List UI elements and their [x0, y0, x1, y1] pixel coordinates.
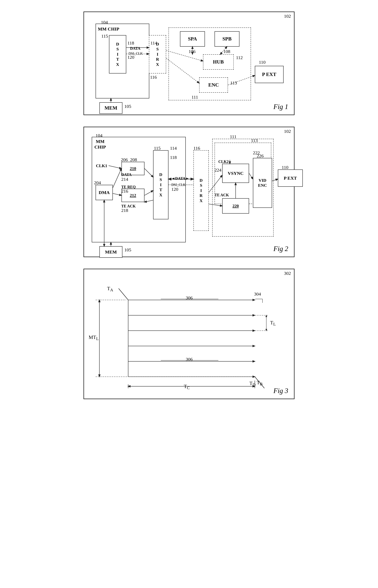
dsi-tx-fig2: DSITX	[153, 150, 168, 219]
td-label-fig3: TD	[249, 381, 256, 387]
ref-105-fig1: 105	[124, 104, 131, 109]
ref-116-fig1: 116	[150, 75, 157, 80]
tb-label-fig3: TB	[257, 380, 262, 386]
ref-108-fig1: 108	[223, 49, 230, 54]
figure-1: 102 MM CHIP 104 DSITX 115 DATA DSI_CLK 1…	[83, 12, 295, 115]
ref-104-fig2: 104	[95, 133, 102, 138]
page: 102 MM CHIP 104 DSITX 115 DATA DSI_CLK 1…	[0, 0, 378, 588]
dsi-tx-label-fig1: DSITX	[116, 42, 119, 67]
ref-113-fig2: 113	[251, 138, 258, 143]
figure-3: 302	[83, 269, 295, 399]
tc-label-fig3: TC	[184, 384, 189, 390]
ref-104-fig1: 104	[101, 20, 108, 25]
dsi-tx-fig1: DSITX	[109, 35, 126, 73]
clk1-label-fig2: CLK1	[96, 163, 107, 168]
ref-218-fig2: 218	[121, 208, 128, 213]
ref-106-fig1: 106	[189, 49, 196, 54]
ref-120-fig2: 120	[171, 187, 178, 192]
mem-fig2: MEM	[99, 246, 122, 258]
spb-block-fig1: SPB	[215, 31, 240, 47]
svg-line-24	[119, 288, 128, 300]
ref-118-fig1: 118	[127, 41, 134, 46]
hub-block-fig1: HUB	[203, 54, 234, 70]
tl-label-fig3: TL	[270, 320, 276, 327]
fig2-label: Fig 2	[273, 245, 288, 253]
ref-226-fig2: 226	[257, 153, 264, 159]
ref-115-fig1: 115	[101, 34, 108, 39]
block220-fig2: 220	[222, 198, 249, 214]
ref-224-fig2: 224	[215, 167, 221, 173]
fig3-label: Fig 3	[273, 387, 288, 395]
ref-102-fig2: 102	[284, 129, 291, 134]
te-ack-right-fig2: TE ACK	[215, 193, 229, 197]
pext-block-fig1: P EXT	[255, 66, 284, 83]
enc-block-fig1: ENC	[199, 77, 228, 93]
fig1-label: Fig 1	[273, 103, 288, 111]
ta-label-fig3: TA	[107, 286, 113, 292]
ref-204-fig2: 204	[94, 180, 101, 185]
mem-block-fig1: MEM	[99, 102, 122, 114]
ref-111-fig1: 111	[191, 95, 198, 100]
figure-2: 102 MMCHIP 104 DMA 204 CLK1 210 208 206 …	[83, 127, 295, 257]
ref-206-fig2: 206	[121, 157, 128, 162]
ref-110-fig2: 110	[282, 165, 288, 170]
mmchip-label-fig1: MM CHIP	[98, 26, 119, 32]
ref-306b-fig3: 306	[186, 357, 193, 362]
mtl-label-fig3: MTL	[89, 334, 99, 341]
ref-114-fig2: 114	[170, 146, 177, 151]
data-left-fig2: DATA	[121, 173, 132, 177]
ref-304-fig3: 304	[254, 291, 261, 297]
mmchip-label-fig2: MMCHIP	[92, 137, 108, 151]
vid-enc-fig2: VIDENC	[253, 158, 272, 208]
clk2-label-fig2: CLK2	[218, 160, 229, 164]
ref-110-fig1: 110	[259, 60, 266, 65]
dsi-rx-fig2: DSIRX	[193, 150, 209, 231]
ref-105-fig2: 105	[124, 247, 131, 253]
ref-214-fig2: 214	[121, 177, 128, 182]
ref-111-fig2: 111	[230, 134, 236, 139]
ref-208-fig2: 208	[130, 157, 137, 162]
ref-216-fig2: 216	[121, 189, 128, 194]
data-mid-fig2: ◄DATA►	[171, 176, 189, 181]
dsiclk-fig2: DSI_CLK	[171, 183, 186, 187]
pext-fig2: P EXT	[278, 169, 303, 187]
ref-113-fig1: 113	[230, 81, 237, 86]
timing-svg-fig3	[84, 269, 294, 399]
data-signal-fig1: DATA	[130, 46, 140, 51]
dma-fig2: DMA	[95, 185, 113, 200]
ref-120-fig1: 120	[127, 55, 134, 60]
vsync-fig2: VSYNC	[222, 164, 249, 183]
ref-306a-fig3: 306	[186, 295, 193, 301]
spa-block-fig1: SPA	[180, 31, 205, 47]
ref-112-fig1: 112	[236, 55, 243, 60]
ref-102-fig1: 102	[284, 14, 291, 19]
ref-118-fig2: 118	[170, 155, 177, 160]
ref-115-fig2: 115	[154, 146, 161, 151]
ref-114-fig1: 114	[150, 41, 157, 46]
ref-116-fig2: 116	[193, 146, 200, 151]
